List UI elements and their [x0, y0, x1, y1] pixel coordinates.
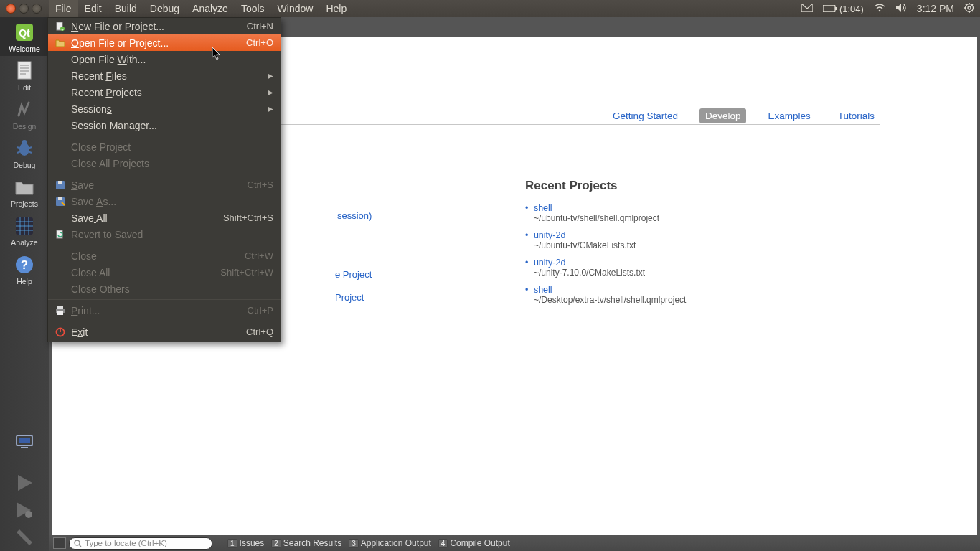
shortcut-label: Ctrl+P: [248, 305, 273, 316]
svg-rect-2: [835, 7, 837, 10]
tab-examples[interactable]: Examples: [762, 108, 816, 123]
recent-project-item[interactable]: • shell~/Desktop/extra-tv/shell/shell.qm…: [525, 285, 851, 305]
run-debug-button[interactable]: [0, 496, 49, 524]
project-peek-text-1[interactable]: e Project: [335, 269, 372, 280]
file-menu-dropdown: +New File or Project...Ctrl+NOpen File o…: [47, 17, 281, 342]
menu-analyze[interactable]: Analyze: [186, 0, 235, 17]
menu-file[interactable]: File: [49, 0, 78, 17]
mode-design[interactable]: Design: [0, 95, 49, 133]
save-as-icon: [54, 197, 67, 207]
svg-point-3: [879, 9, 881, 11]
pane-label: Compile Output: [450, 538, 509, 548]
locator-input[interactable]: Type to locate (Ctrl+K): [69, 537, 212, 550]
statusbar: Type to locate (Ctrl+K) 1Issues2Search R…: [49, 535, 980, 551]
recent-project-name: unity-2d: [534, 230, 565, 240]
menu-item-recent-files[interactable]: Recent Files▶: [48, 67, 281, 84]
build-button[interactable]: [0, 524, 49, 551]
menu-debug[interactable]: Debug: [143, 0, 186, 17]
recent-project-item[interactable]: • unity-2d~/ubuntu-tv/CMakeLists.txt: [525, 230, 851, 250]
menu-item-save-all[interactable]: Save AllShift+Ctrl+S: [48, 209, 281, 226]
menu-item-label: Recent Projects: [71, 87, 268, 98]
recent-project-item[interactable]: • unity-2d~/unity-7.10.0/CMakeLists.txt: [525, 258, 851, 278]
session-peek-text[interactable]: session): [337, 210, 372, 221]
bullet-icon: •: [525, 230, 528, 240]
svg-point-52: [25, 511, 32, 518]
output-pane-application-output[interactable]: 3Application Output: [345, 537, 435, 550]
tab-develop[interactable]: Develop: [699, 108, 747, 123]
volume-icon[interactable]: [895, 3, 907, 15]
svg-line-54: [79, 545, 81, 547]
shortcut-label: Ctrl+S: [248, 179, 273, 190]
open-file-icon: [54, 38, 67, 48]
chevron-right-icon: ▶: [268, 105, 273, 113]
menu-item-open-file-or-project[interactable]: Open File or Project...Ctrl+O: [48, 34, 281, 51]
shortcut-label: Shift+Ctrl+S: [223, 212, 273, 223]
menu-item-open-file-with[interactable]: Open File With...: [48, 51, 281, 67]
tab-tutorials[interactable]: Tutorials: [832, 108, 880, 123]
menu-help[interactable]: Help: [319, 0, 353, 17]
recent-project-path: ~/Desktop/extra-tv/shell/shell.qmlprojec…: [534, 295, 851, 305]
menu-item-label: Close All: [71, 267, 220, 278]
mode-welcome[interactable]: QtWelcome: [0, 17, 49, 56]
recent-project-name: unity-2d: [534, 258, 565, 268]
menu-item-label: Exit: [71, 326, 246, 338]
menu-window[interactable]: Window: [271, 0, 320, 17]
tab-getting-started[interactable]: Getting Started: [607, 108, 684, 123]
menu-tools[interactable]: Tools: [235, 0, 271, 17]
close-window-button[interactable]: [6, 4, 16, 14]
recent-project-item[interactable]: • shell~/ubuntu-tv/shell/shell.qmlprojec…: [525, 203, 851, 223]
mode-label: Debug: [14, 161, 36, 169]
mode-debug[interactable]: Debug: [0, 133, 49, 172]
output-pane-search-results[interactable]: 2Search Results: [268, 537, 345, 550]
run-button[interactable]: [0, 469, 49, 496]
debug-bug-icon: [14, 138, 35, 159]
svg-rect-50: [21, 447, 28, 448]
minimize-window-button[interactable]: [19, 4, 29, 14]
battery-time: (1:04): [839, 4, 864, 14]
mail-icon[interactable]: [801, 4, 813, 14]
project-peek-text-2[interactable]: Project: [335, 292, 364, 303]
output-pane-compile-output[interactable]: 4Compile Output: [435, 537, 514, 550]
menu-item-label: Close All Projects: [71, 158, 273, 169]
menu-item-recent-projects[interactable]: Recent Projects▶: [48, 84, 281, 100]
recent-project-name: shell: [534, 285, 552, 295]
svg-rect-51: [19, 438, 30, 443]
svg-rect-18: [58, 181, 62, 184]
menu-build[interactable]: Build: [108, 0, 143, 17]
wifi-icon[interactable]: [874, 4, 885, 14]
projects-folder-icon: [14, 176, 35, 198]
bullet-icon: •: [525, 258, 528, 268]
menu-edit[interactable]: Edit: [78, 0, 108, 17]
pane-label: Application Output: [361, 538, 431, 548]
svg-point-5: [968, 6, 971, 9]
shortcut-label: Ctrl+O: [246, 37, 273, 48]
svg-text:Qt: Qt: [19, 27, 30, 39]
gear-icon[interactable]: [964, 3, 974, 15]
mode-help[interactable]: ?Help: [0, 250, 49, 288]
mode-analyze[interactable]: Analyze: [0, 211, 49, 250]
menu-item-close-all-projects: Close All Projects: [48, 155, 281, 171]
shortcut-label: Ctrl+Q: [246, 326, 273, 337]
clock[interactable]: 3:12 PM: [917, 3, 954, 14]
battery-indicator[interactable]: (1:04): [823, 4, 864, 14]
output-pane-issues[interactable]: 1Issues: [224, 537, 268, 550]
mode-label: Help: [17, 277, 32, 286]
maximize-window-button[interactable]: [32, 4, 42, 14]
bullet-icon: •: [525, 285, 528, 295]
target-selector[interactable]: [0, 429, 49, 455]
svg-line-11: [972, 10, 974, 11]
menu-item-session-manager[interactable]: Session Manager...: [48, 117, 281, 133]
mode-edit[interactable]: Edit: [0, 56, 49, 95]
mode-projects[interactable]: Projects: [0, 172, 49, 211]
menu-item-label: Open File With...: [71, 54, 273, 65]
print-icon: [54, 306, 67, 316]
menu-item-label: Revert to Saved: [71, 229, 273, 240]
menu-item-exit[interactable]: ExitCtrl+Q: [48, 324, 281, 340]
menu-item-new-file-or-project[interactable]: +New File or Project...Ctrl+N: [48, 18, 281, 34]
svg-line-12: [972, 4, 974, 6]
analyze-grid-icon: [14, 215, 35, 237]
menu-item-sessions[interactable]: Sessions▶: [48, 100, 281, 117]
recent-projects-list: • shell~/ubuntu-tv/shell/shell.qmlprojec…: [525, 203, 880, 312]
pane-number: 2: [271, 539, 281, 548]
sidebar-toggle-button[interactable]: [53, 537, 66, 549]
